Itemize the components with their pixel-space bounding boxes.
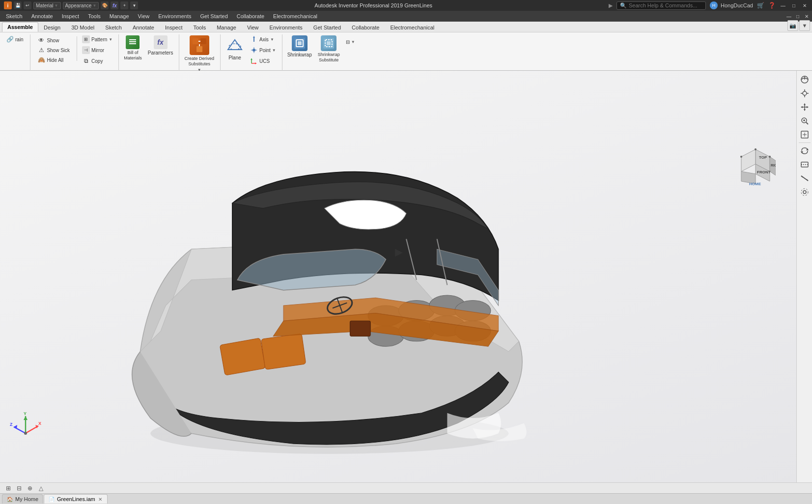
close-btn[interactable]: ✕ bbox=[801, 2, 808, 9]
bom-btn[interactable]: Bill ofMaterials bbox=[122, 34, 144, 62]
show-btn[interactable]: 👁 Show ⚠ Show Sick 🙈 Hide All bbox=[33, 34, 74, 66]
menu-inspect[interactable]: Inspect bbox=[58, 12, 83, 20]
plane-btn[interactable]: Plane bbox=[224, 34, 246, 61]
search-bar[interactable]: 🔍 bbox=[616, 1, 706, 10]
minimize-btn[interactable]: — bbox=[780, 2, 786, 9]
menu-annotate[interactable]: Annotate bbox=[28, 12, 57, 20]
shrinkwrap-btn[interactable]: Shrinkwrap bbox=[285, 34, 314, 58]
title-right: ▶ 🔍 H HongDucCad 🛒 ❓ — □ ✕ bbox=[609, 1, 808, 10]
3d-viewport[interactable]: ▶ TOP RIGHT FRONT HOME bbox=[0, 71, 796, 482]
axis-indicator: X Y Z bbox=[10, 411, 42, 443]
tab-my-home[interactable]: 🏠 My Home bbox=[2, 494, 43, 504]
tab-design[interactable]: Design bbox=[38, 23, 66, 32]
maximize-btn[interactable]: □ bbox=[790, 2, 797, 9]
help-icon[interactable]: ❓ bbox=[768, 2, 776, 9]
ribbon: Assemble Design 3D Model Sketch Annotate… bbox=[0, 22, 812, 71]
productivity-content: Create DerivedSubstitutes ▼ bbox=[182, 34, 216, 75]
view-cube[interactable]: TOP RIGHT FRONT HOME bbox=[735, 147, 776, 187]
parameters-btn[interactable]: fx Parameters bbox=[146, 34, 175, 56]
point-btn[interactable]: Point ▼ bbox=[248, 45, 278, 55]
mirror-label: Mirror bbox=[91, 48, 104, 53]
measure-btn[interactable] bbox=[799, 172, 811, 184]
dropdown-icon[interactable]: ▼ bbox=[130, 1, 138, 9]
ribbon-close-btn[interactable]: ✕ bbox=[803, 13, 810, 20]
hide-all-btn[interactable]: 🙈 Hide All bbox=[35, 55, 72, 65]
settings-view-btn[interactable] bbox=[799, 186, 811, 198]
cam-btn[interactable]: 📷 bbox=[787, 20, 798, 31]
tab-tools[interactable]: Tools bbox=[188, 23, 211, 32]
pan-btn[interactable] bbox=[799, 101, 811, 113]
menu-sketch[interactable]: Sketch bbox=[2, 12, 27, 20]
simplification-dropdown-btn[interactable]: ⊟ ▼ bbox=[344, 38, 357, 46]
zoom-btn[interactable] bbox=[799, 115, 811, 127]
color-icon[interactable]: 🎨 bbox=[101, 1, 109, 9]
menu-collaborate[interactable]: Collaborate bbox=[233, 12, 268, 20]
appearance-dropdown[interactable]: Appearance ▼ bbox=[63, 2, 99, 9]
tab-collaborate[interactable]: Collaborate bbox=[346, 23, 385, 32]
ribbon-restore-btn[interactable]: □ bbox=[794, 13, 801, 20]
menu-manage[interactable]: Manage bbox=[106, 12, 133, 20]
expand-icon[interactable]: △ bbox=[36, 484, 45, 493]
svg-marker-73 bbox=[804, 103, 806, 105]
look-at-btn[interactable] bbox=[799, 87, 811, 99]
save-icon[interactable]: 💾 bbox=[14, 1, 22, 9]
tab-view[interactable]: View bbox=[242, 23, 264, 32]
svg-point-89 bbox=[803, 191, 806, 194]
expand-icon: ▶ bbox=[609, 2, 613, 9]
orbit-btn[interactable] bbox=[799, 74, 811, 85]
title-left-icons: i 💾 ↩ Material ▼ Appearance ▼ 🎨 fx + ▼ bbox=[4, 1, 138, 9]
menu-bar: Sketch Annotate Inspect Tools Manage Vie… bbox=[0, 11, 812, 22]
create-derived-btn[interactable]: Create DerivedSubstitutes ▼ bbox=[182, 34, 216, 73]
menu-environments[interactable]: Environments bbox=[154, 12, 195, 20]
plus-icon[interactable]: + bbox=[120, 1, 128, 9]
ribbon-minimize-btn[interactable]: — bbox=[785, 13, 792, 20]
tab-assemble[interactable]: Assemble bbox=[2, 22, 38, 32]
tab-greenlines[interactable]: 📄 GreenLines.iam ✕ bbox=[44, 494, 108, 504]
constrain-btn[interactable]: 🔗 rain bbox=[4, 34, 26, 44]
menu-electromechanical[interactable]: Electromechanical bbox=[269, 12, 321, 20]
material-dropdown[interactable]: Material ▼ bbox=[33, 2, 61, 9]
ribbon-tabs: Assemble Design 3D Model Sketch Annotate… bbox=[0, 22, 812, 32]
ucs-btn[interactable]: UCS bbox=[248, 56, 278, 66]
tab-manage[interactable]: Manage bbox=[211, 23, 242, 32]
tab-electromechanical[interactable]: Electromechanical bbox=[385, 23, 440, 32]
menu-tools[interactable]: Tools bbox=[84, 12, 105, 20]
ribbon-extras: 📷 ▼ bbox=[787, 20, 810, 32]
snap-icon[interactable]: ⊟ bbox=[15, 484, 24, 493]
app-icon: i bbox=[4, 1, 12, 9]
show-sick-btn[interactable]: ⚠ Show Sick bbox=[35, 45, 72, 55]
zoom-all-btn[interactable] bbox=[799, 129, 811, 140]
slice-btn[interactable] bbox=[799, 159, 811, 170]
constrain-icon: 🔗 bbox=[6, 35, 14, 43]
undo-icon[interactable]: ↩ bbox=[24, 1, 31, 9]
top-dropdowns: Material ▼ Appearance ▼ bbox=[33, 2, 99, 9]
origin-icon[interactable]: ⊕ bbox=[26, 484, 34, 493]
svg-text:Y: Y bbox=[24, 411, 27, 416]
shrinkwrap-sub-btn[interactable]: ShrinkwrapSubstitute bbox=[316, 34, 342, 64]
dropdown-extra-btn[interactable]: ▼ bbox=[799, 20, 810, 31]
pattern-content: 👁 Show ⚠ Show Sick 🙈 Hide All bbox=[33, 34, 114, 75]
tab-inspect[interactable]: Inspect bbox=[160, 23, 188, 32]
fx-quick-icon[interactable]: fx bbox=[111, 1, 118, 9]
rotate-view-btn[interactable] bbox=[799, 145, 811, 157]
search-icon: 🔍 bbox=[620, 2, 627, 9]
pattern-btn[interactable]: ⊞ Pattern ▼ bbox=[80, 34, 114, 44]
menu-get-started[interactable]: Get Started bbox=[196, 12, 232, 20]
show-small-btn[interactable]: 👁 Show bbox=[35, 35, 72, 45]
axis-btn[interactable]: Axis ▼ bbox=[248, 34, 278, 44]
greenlines-label: GreenLines.iam bbox=[57, 496, 95, 502]
greenlines-close[interactable]: ✕ bbox=[97, 497, 103, 502]
svg-rect-3 bbox=[193, 38, 198, 44]
tab-environments[interactable]: Environments bbox=[264, 23, 308, 32]
cart-icon[interactable]: 🛒 bbox=[757, 2, 764, 9]
title-bar: i 💾 ↩ Material ▼ Appearance ▼ 🎨 fx + ▼ A… bbox=[0, 0, 812, 11]
search-input[interactable] bbox=[629, 2, 702, 8]
grid-icon[interactable]: ⊞ bbox=[4, 484, 13, 493]
tab-3dmodel[interactable]: 3D Model bbox=[66, 23, 100, 32]
tab-get-started[interactable]: Get Started bbox=[308, 23, 346, 32]
menu-view[interactable]: View bbox=[134, 12, 154, 20]
tab-sketch[interactable]: Sketch bbox=[100, 23, 127, 32]
tab-annotate[interactable]: Annotate bbox=[127, 23, 160, 32]
copy-btn[interactable]: ⧉ Copy bbox=[80, 56, 114, 66]
mirror-btn[interactable]: ⊣ Mirror bbox=[80, 45, 114, 55]
